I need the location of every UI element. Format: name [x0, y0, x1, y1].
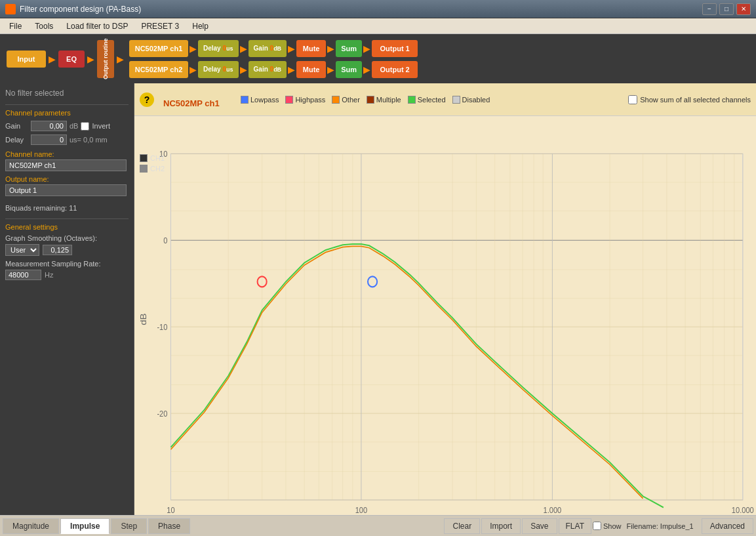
delay-row: Delay us= 0,0 mm: [5, 134, 129, 145]
flow-input[interactable]: Input: [7, 51, 46, 68]
svg-text:0: 0: [163, 236, 168, 245]
legend-multiple-label: Multiple: [376, 96, 401, 104]
tab-impulse[interactable]: Impulse: [60, 518, 109, 534]
chart-container[interactable]: CH1 CH2 dB: [134, 116, 756, 515]
legend-highpass-box: [285, 96, 293, 104]
show-check: Show: [593, 522, 622, 530]
ch1-check-item: CH1: [140, 154, 165, 162]
flow-eq[interactable]: EQ: [58, 51, 85, 68]
menu-bar: File Tools Load filter to DSP PRESET 3 H…: [0, 18, 756, 34]
svg-text:-10: -10: [157, 322, 167, 332]
main-area: No filter selected Channel parameters Ga…: [0, 83, 756, 515]
graph-title: NC502MP ch1: [163, 98, 235, 108]
ch1-label: CH1: [150, 154, 165, 162]
smooth-value-input[interactable]: [43, 245, 72, 255]
flow-split: NC502MP ch1 ▶ Delay 0us ▶ Gain 0dB ▶ Mut…: [129, 40, 418, 78]
save-button[interactable]: Save: [522, 518, 557, 534]
flow-gain-ch1[interactable]: Gain 0dB: [249, 40, 287, 57]
svg-text:10.000: 10.000: [732, 505, 754, 515]
graph-subtitle: [163, 91, 235, 98]
flow-sum-ch1[interactable]: Sum: [336, 40, 362, 57]
flow-output-ch1[interactable]: Output 1: [372, 40, 418, 57]
tab-phase[interactable]: Phase: [148, 518, 190, 534]
ch-name-label: Channel name:: [5, 150, 129, 158]
flow-delay-ch1[interactable]: Delay 0us: [198, 40, 239, 57]
flow-delay-ch2[interactable]: Delay 0us: [198, 61, 239, 78]
minimize-button[interactable]: −: [702, 3, 717, 15]
invert-checkbox[interactable]: [81, 122, 89, 131]
out-name-label: Output name:: [5, 175, 129, 183]
bottom-bar: Magnitude Impulse Step Phase Clear Impor…: [0, 515, 756, 536]
smooth-row: User: [5, 244, 129, 256]
legend-multiple: Multiple: [367, 96, 401, 104]
show-sum-label: Show sum of all selected channels: [640, 96, 751, 104]
legend-other-label: Other: [342, 96, 360, 104]
advanced-button[interactable]: Advanced: [702, 518, 753, 534]
gain-input[interactable]: [31, 121, 67, 131]
ch-name-input[interactable]: [5, 159, 127, 171]
ch1-checkbox[interactable]: [140, 154, 148, 162]
svg-text:-20: -20: [157, 409, 167, 419]
flow-arrow-2: ▶: [87, 54, 94, 64]
legend-lowpass-label: Lowpass: [250, 96, 279, 104]
maximize-button[interactable]: □: [719, 3, 734, 15]
clear-button[interactable]: Clear: [444, 518, 480, 534]
svg-text:10: 10: [167, 505, 175, 515]
legend-disabled: Disabled: [452, 96, 490, 104]
flow-arrow-1: ▶: [49, 54, 56, 64]
filename-label: Filename: Impulse_1: [623, 522, 698, 530]
legend-selected-label: Selected: [418, 96, 446, 104]
legend-disabled-box: [452, 96, 460, 104]
flow-mute-ch2[interactable]: Mute: [296, 61, 326, 78]
flat-button[interactable]: FLAT: [559, 518, 591, 534]
no-filter-text: No filter selected: [5, 89, 129, 98]
ch2-checkbox[interactable]: [140, 165, 148, 173]
show-checkbox[interactable]: [593, 522, 601, 530]
flow-nc502-ch1[interactable]: NC502MP ch1: [129, 40, 188, 57]
tab-step[interactable]: Step: [111, 518, 147, 534]
menu-tools[interactable]: Tools: [28, 20, 60, 32]
legend-disabled-label: Disabled: [462, 96, 490, 104]
title-controls: − □ ✕: [702, 3, 751, 15]
sample-input[interactable]: [5, 270, 41, 280]
sample-rate-label: Measurement Sampling Rate:: [5, 260, 129, 268]
title-bar: Filter component design (PA-Bass) − □ ✕: [0, 0, 756, 18]
menu-file[interactable]: File: [3, 20, 28, 32]
flow-output-ch2[interactable]: Output 2: [372, 61, 418, 78]
app-icon: [5, 4, 16, 14]
legend-lowpass-box: [241, 96, 249, 104]
tab-magnitude[interactable]: Magnitude: [3, 518, 59, 534]
legend-multiple-box: [367, 96, 374, 104]
svg-text:dB: dB: [138, 314, 148, 325]
legend: Lowpass Highpass Other Multiple Selected: [241, 96, 490, 104]
import-button[interactable]: Import: [481, 518, 521, 534]
menu-preset[interactable]: PRESET 3: [134, 20, 186, 32]
flow-nc502-ch2[interactable]: NC502MP ch2: [129, 61, 188, 78]
ch2-label: CH2: [150, 165, 165, 173]
legend-other: Other: [332, 96, 360, 104]
gain-unit: dB: [70, 122, 78, 130]
legend-highpass: Highpass: [285, 96, 325, 104]
flow-output-routine[interactable]: Output routine: [97, 40, 114, 78]
flow-mute-ch1[interactable]: Mute: [296, 40, 326, 57]
left-panel: No filter selected Channel parameters Ga…: [0, 83, 134, 515]
menu-help[interactable]: Help: [186, 20, 215, 32]
general-settings-section: General settings Graph Smoothing (Octave…: [5, 218, 129, 280]
legend-other-box: [332, 96, 340, 104]
chart-svg: dB: [134, 116, 756, 515]
channel-checkboxes: CH1 CH2: [140, 154, 165, 173]
menu-load-dsp[interactable]: Load filter to DSP: [60, 20, 134, 32]
svg-text:100: 100: [355, 505, 368, 515]
biquads-text: Biquads remaining: 11: [5, 204, 129, 212]
smooth-select[interactable]: User: [5, 244, 39, 256]
delay-input[interactable]: [31, 134, 67, 145]
help-button[interactable]: ?: [140, 93, 154, 107]
ch2-check-item: CH2: [140, 165, 165, 173]
out-name-input[interactable]: [5, 184, 127, 196]
flow-sum-ch2[interactable]: Sum: [336, 61, 362, 78]
svg-text:1.000: 1.000: [544, 505, 562, 515]
flow-gain-ch2[interactable]: Gain 0dB: [249, 61, 287, 78]
legend-lowpass: Lowpass: [241, 96, 279, 104]
show-sum-checkbox[interactable]: [628, 95, 637, 104]
close-button[interactable]: ✕: [736, 3, 751, 15]
